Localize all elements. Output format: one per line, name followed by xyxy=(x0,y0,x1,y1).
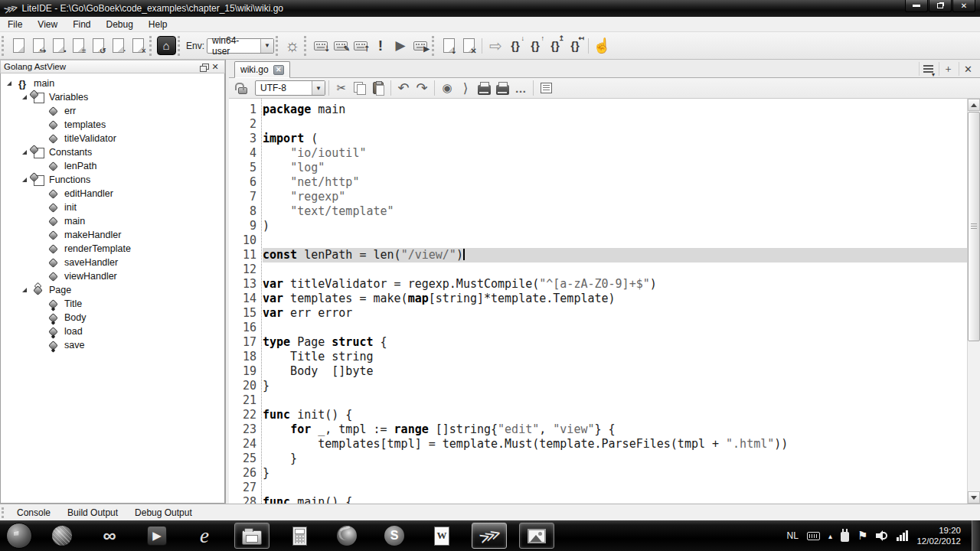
tree-item-main[interactable]: main xyxy=(1,214,224,228)
tree-item-save[interactable]: save xyxy=(1,338,224,352)
close-file-button[interactable]: · xyxy=(108,36,128,56)
tree-item-titlevalidator[interactable]: titleValidator xyxy=(1,132,224,145)
check-error-button[interactable]: ! xyxy=(371,36,390,56)
code-line[interactable]: "regexp" xyxy=(263,190,967,204)
scrollbar-thumb[interactable] xyxy=(968,112,980,341)
code-line[interactable]: type Page struct { xyxy=(263,335,967,350)
code-line[interactable]: for _, tmpl := range []string{"edit", "v… xyxy=(263,422,967,437)
tree-item-functions[interactable]: Functions xyxy=(1,173,224,187)
pan-button[interactable]: ☝ xyxy=(592,36,612,56)
minimize-button[interactable] xyxy=(905,0,928,12)
code-line[interactable]: var templates = make(map[string]*templat… xyxy=(263,292,967,306)
code-line[interactable]: Body []byte xyxy=(263,364,967,379)
tree-item-title[interactable]: Title xyxy=(1,297,224,311)
encoding-select[interactable]: UTF-8 ▼ xyxy=(255,80,325,96)
tree-item-makehandler[interactable]: makeHandler xyxy=(1,228,224,242)
lock-button[interactable] xyxy=(234,80,252,96)
tree-item-constants[interactable]: Constants xyxy=(1,145,224,159)
taskbar-app-globe[interactable] xyxy=(44,523,80,549)
code-area[interactable]: 1234567891011121314151617181920212223242… xyxy=(229,99,980,504)
code-line[interactable]: ) xyxy=(263,219,967,233)
code-line[interactable] xyxy=(263,117,967,132)
fold-top-button[interactable]: {}↥ xyxy=(545,36,565,56)
code-line[interactable]: const lenPath = len("/view/") xyxy=(263,248,967,262)
env-select[interactable]: win64-user▼ xyxy=(207,38,274,54)
start-button[interactable] xyxy=(6,523,32,549)
code-line[interactable]: func init() { xyxy=(263,408,967,422)
scroll-down-button[interactable] xyxy=(968,491,980,504)
code-line[interactable] xyxy=(263,481,967,495)
code-line[interactable]: } xyxy=(263,452,967,466)
save-all-button[interactable]: ≡ xyxy=(68,36,88,56)
taskbar-app-internet-explorer[interactable]: e xyxy=(187,523,222,549)
menu-view[interactable]: View xyxy=(30,18,65,31)
tree-item-variables[interactable]: Variables xyxy=(1,90,224,104)
home-button[interactable]: ⌂ xyxy=(156,36,176,56)
tree-item-page[interactable]: Page xyxy=(1,283,224,297)
volume-icon[interactable] xyxy=(876,530,888,541)
language-indicator[interactable]: NL xyxy=(787,530,799,541)
save-file-button[interactable]: ▪ xyxy=(48,36,68,56)
keyboard-icon[interactable] xyxy=(807,532,820,540)
test-button[interactable]: ⇡ xyxy=(351,36,371,56)
tree-item-lenpath[interactable]: lenPath xyxy=(1,159,224,173)
taskbar-app-media-player[interactable]: ▶ xyxy=(139,523,175,549)
tree-item-init[interactable]: init xyxy=(1,201,224,214)
restore-button[interactable] xyxy=(929,0,952,12)
float-panel-button[interactable] xyxy=(197,61,209,72)
fold-left-button[interactable]: {}↤ xyxy=(565,36,585,56)
fold-down-button[interactable]: {}↓ xyxy=(505,36,525,56)
code-line[interactable] xyxy=(263,321,967,335)
taskbar-app-firefox[interactable] xyxy=(329,523,364,549)
tree-item-body[interactable]: Body xyxy=(1,311,224,324)
code-line[interactable]: package main xyxy=(263,103,967,117)
taskbar-app-word[interactable]: W xyxy=(424,523,459,549)
tree-item-load[interactable]: load xyxy=(1,324,224,338)
code-line[interactable]: "log" xyxy=(263,161,967,175)
format-button[interactable]: ⟩ xyxy=(456,80,475,96)
output-tab-debug-output[interactable]: Debug Output xyxy=(126,507,201,518)
tree-item-rendertemplate[interactable]: renderTemplate xyxy=(1,242,224,256)
menu-file[interactable]: File xyxy=(0,18,30,31)
taskbar-app-visual-studio[interactable]: ∞ xyxy=(92,523,127,549)
taskbar-app-skype[interactable]: S xyxy=(377,523,412,549)
code-line[interactable] xyxy=(263,393,967,408)
doc-close-button[interactable]: ✕ xyxy=(459,36,479,56)
redo-button[interactable]: ↷ xyxy=(413,80,431,96)
tree-item-edithandler[interactable]: editHandler xyxy=(1,187,224,201)
hidden-icons-button[interactable]: ▴ xyxy=(828,532,832,540)
reload-file-button[interactable]: ↺ xyxy=(88,36,108,56)
tree-item-err[interactable]: err xyxy=(1,104,224,118)
code-line[interactable]: templates[tmpl] = template.Must(template… xyxy=(263,437,967,452)
menu-help[interactable]: Help xyxy=(141,18,175,31)
expand-caret-icon[interactable] xyxy=(22,288,27,292)
record-button[interactable]: ◉ xyxy=(438,80,456,96)
install-button[interactable]: ✎ xyxy=(331,36,351,56)
tree-item-viewhandler[interactable]: viewHandler xyxy=(1,269,224,283)
vertical-scrollbar[interactable] xyxy=(967,99,980,504)
close-all-button[interactable]: × xyxy=(128,36,148,56)
doc-down-arrow-button[interactable]: ⇣ xyxy=(439,36,459,56)
copy-button[interactable] xyxy=(351,80,369,96)
expand-caret-icon[interactable] xyxy=(22,178,27,182)
paste-button[interactable] xyxy=(369,80,387,96)
options-button[interactable]: ☼ xyxy=(283,36,302,56)
output-tab-build-output[interactable]: Build Output xyxy=(59,507,126,518)
flag-icon[interactable]: ⚑ xyxy=(858,529,867,543)
expand-caret-icon[interactable] xyxy=(22,150,27,155)
close-panel-button[interactable]: ✕ xyxy=(209,61,221,72)
code-line[interactable]: var err error xyxy=(263,306,967,321)
code-line[interactable]: func main() { xyxy=(263,495,967,504)
output-tab-console[interactable]: Console xyxy=(8,507,59,518)
code-line[interactable]: "text/template" xyxy=(263,204,967,219)
code-line[interactable]: "net/http" xyxy=(263,175,967,190)
new-file-button[interactable] xyxy=(8,36,28,56)
close-button[interactable]: ✕ xyxy=(952,0,975,12)
expand-caret-icon[interactable] xyxy=(22,95,27,99)
tree-item-savehandler[interactable]: saveHandler xyxy=(1,256,224,269)
code-line[interactable] xyxy=(263,262,967,277)
show-desktop-button[interactable] xyxy=(972,520,980,551)
undo-button[interactable]: ↶ xyxy=(394,80,413,96)
network-icon[interactable] xyxy=(897,530,908,541)
code-line[interactable] xyxy=(263,233,967,248)
